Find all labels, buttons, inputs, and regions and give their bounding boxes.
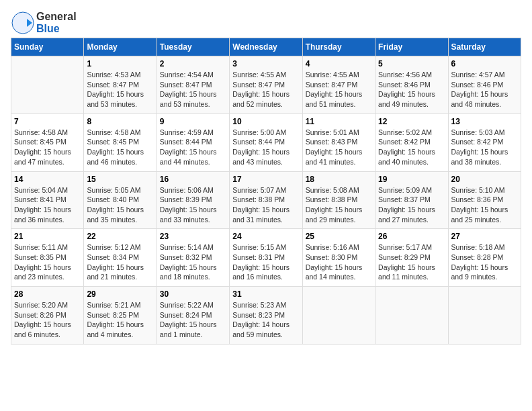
day-info: Sunrise: 5:00 AM Sunset: 8:44 PM Dayligh… <box>232 128 299 167</box>
calendar-cell: 17Sunrise: 5:07 AM Sunset: 8:38 PM Dayli… <box>230 171 302 229</box>
day-number: 4 <box>306 59 372 68</box>
calendar-cell: 19Sunrise: 5:09 AM Sunset: 8:37 PM Dayli… <box>375 171 448 229</box>
page-header: General Blue <box>11 11 521 35</box>
day-number: 17 <box>232 175 299 184</box>
calendar-header: SundayMondayTuesdayWednesdayThursdayFrid… <box>11 38 521 56</box>
day-number: 30 <box>160 289 226 299</box>
day-number: 6 <box>451 59 518 68</box>
calendar-week-3: 14Sunrise: 5:04 AM Sunset: 8:41 PM Dayli… <box>11 171 521 229</box>
calendar-cell: 15Sunrise: 5:05 AM Sunset: 8:40 PM Dayli… <box>84 171 157 229</box>
calendar-cell: 11Sunrise: 5:01 AM Sunset: 8:43 PM Dayli… <box>302 113 375 171</box>
day-info: Sunrise: 5:11 AM Sunset: 8:35 PM Dayligh… <box>14 242 81 282</box>
calendar-cell: 20Sunrise: 5:10 AM Sunset: 8:36 PM Dayli… <box>448 171 521 229</box>
calendar-cell: 28Sunrise: 5:20 AM Sunset: 8:26 PM Dayli… <box>11 287 84 345</box>
day-info: Sunrise: 5:10 AM Sunset: 8:36 PM Dayligh… <box>451 185 518 225</box>
calendar-cell: 7Sunrise: 4:58 AM Sunset: 8:45 PM Daylig… <box>11 113 84 171</box>
day-number: 8 <box>87 117 153 126</box>
day-info: Sunrise: 5:23 AM Sunset: 8:23 PM Dayligh… <box>232 300 299 340</box>
day-info: Sunrise: 4:55 AM Sunset: 8:47 PM Dayligh… <box>232 70 299 109</box>
day-number: 31 <box>232 289 299 299</box>
header-cell-saturday: Saturday <box>448 38 521 56</box>
calendar-cell: 5Sunrise: 4:56 AM Sunset: 8:46 PM Daylig… <box>375 56 448 114</box>
day-number: 9 <box>160 117 226 126</box>
day-number: 20 <box>451 175 518 184</box>
calendar-cell: 24Sunrise: 5:15 AM Sunset: 8:31 PM Dayli… <box>230 229 302 287</box>
header-cell-sunday: Sunday <box>11 38 84 56</box>
calendar-cell <box>11 56 84 114</box>
day-number: 10 <box>232 117 299 126</box>
day-info: Sunrise: 5:20 AM Sunset: 8:26 PM Dayligh… <box>14 300 81 340</box>
calendar-cell: 22Sunrise: 5:12 AM Sunset: 8:34 PM Dayli… <box>84 229 157 287</box>
day-number: 11 <box>306 117 372 126</box>
calendar-cell: 25Sunrise: 5:16 AM Sunset: 8:30 PM Dayli… <box>302 229 375 287</box>
day-number: 14 <box>14 175 81 184</box>
day-info: Sunrise: 5:21 AM Sunset: 8:25 PM Dayligh… <box>87 300 153 340</box>
calendar-cell: 16Sunrise: 5:06 AM Sunset: 8:39 PM Dayli… <box>157 171 229 229</box>
calendar-cell: 27Sunrise: 5:18 AM Sunset: 8:28 PM Dayli… <box>448 229 521 287</box>
day-number: 23 <box>160 232 226 241</box>
calendar-cell: 1Sunrise: 4:53 AM Sunset: 8:47 PM Daylig… <box>84 56 157 114</box>
day-number: 22 <box>87 232 153 241</box>
calendar-cell: 30Sunrise: 5:22 AM Sunset: 8:24 PM Dayli… <box>157 287 229 345</box>
calendar-cell: 21Sunrise: 5:11 AM Sunset: 8:35 PM Dayli… <box>11 229 84 287</box>
calendar-week-2: 7Sunrise: 4:58 AM Sunset: 8:45 PM Daylig… <box>11 113 521 171</box>
day-number: 24 <box>232 232 299 241</box>
calendar-cell: 6Sunrise: 4:57 AM Sunset: 8:46 PM Daylig… <box>448 56 521 114</box>
day-number: 15 <box>87 175 153 184</box>
day-number: 29 <box>87 289 153 299</box>
day-info: Sunrise: 5:01 AM Sunset: 8:43 PM Dayligh… <box>306 128 372 167</box>
calendar-cell: 13Sunrise: 5:03 AM Sunset: 8:42 PM Dayli… <box>448 113 521 171</box>
calendar-cell: 9Sunrise: 4:59 AM Sunset: 8:44 PM Daylig… <box>157 113 229 171</box>
day-number: 13 <box>451 117 518 126</box>
calendar-cell: 2Sunrise: 4:54 AM Sunset: 8:47 PM Daylig… <box>157 56 229 114</box>
header-cell-friday: Friday <box>375 38 448 56</box>
day-info: Sunrise: 4:57 AM Sunset: 8:46 PM Dayligh… <box>451 70 518 109</box>
day-number: 7 <box>14 117 81 126</box>
day-number: 25 <box>306 232 372 241</box>
calendar-cell: 12Sunrise: 5:02 AM Sunset: 8:42 PM Dayli… <box>375 113 448 171</box>
header-cell-wednesday: Wednesday <box>230 38 302 56</box>
calendar-table: SundayMondayTuesdayWednesdayThursdayFrid… <box>11 38 521 345</box>
day-info: Sunrise: 5:09 AM Sunset: 8:37 PM Dayligh… <box>378 185 445 225</box>
calendar-cell <box>302 287 375 345</box>
calendar-body: 1Sunrise: 4:53 AM Sunset: 8:47 PM Daylig… <box>11 56 521 345</box>
day-info: Sunrise: 5:17 AM Sunset: 8:29 PM Dayligh… <box>378 242 445 282</box>
header-cell-thursday: Thursday <box>302 38 375 56</box>
calendar-cell <box>448 287 521 345</box>
calendar-week-4: 21Sunrise: 5:11 AM Sunset: 8:35 PM Dayli… <box>11 229 521 287</box>
calendar-cell <box>375 287 448 345</box>
day-info: Sunrise: 5:06 AM Sunset: 8:39 PM Dayligh… <box>160 185 226 225</box>
day-number: 12 <box>378 117 445 126</box>
day-info: Sunrise: 4:53 AM Sunset: 8:47 PM Dayligh… <box>87 70 153 109</box>
day-number: 19 <box>378 175 445 184</box>
day-number: 28 <box>14 289 81 299</box>
calendar-cell: 29Sunrise: 5:21 AM Sunset: 8:25 PM Dayli… <box>84 287 157 345</box>
day-info: Sunrise: 5:07 AM Sunset: 8:38 PM Dayligh… <box>232 185 299 225</box>
day-info: Sunrise: 5:12 AM Sunset: 8:34 PM Dayligh… <box>87 242 153 282</box>
calendar-week-5: 28Sunrise: 5:20 AM Sunset: 8:26 PM Dayli… <box>11 287 521 345</box>
day-info: Sunrise: 5:05 AM Sunset: 8:40 PM Dayligh… <box>87 185 153 225</box>
day-info: Sunrise: 5:14 AM Sunset: 8:32 PM Dayligh… <box>160 242 226 282</box>
day-info: Sunrise: 4:58 AM Sunset: 8:45 PM Dayligh… <box>87 128 153 167</box>
day-info: Sunrise: 5:03 AM Sunset: 8:42 PM Dayligh… <box>451 128 518 167</box>
day-info: Sunrise: 5:22 AM Sunset: 8:24 PM Dayligh… <box>160 300 226 340</box>
day-info: Sunrise: 4:59 AM Sunset: 8:44 PM Dayligh… <box>160 128 226 167</box>
day-number: 21 <box>14 232 81 241</box>
day-info: Sunrise: 5:16 AM Sunset: 8:30 PM Dayligh… <box>306 242 372 282</box>
header-row: SundayMondayTuesdayWednesdayThursdayFrid… <box>11 38 521 56</box>
day-info: Sunrise: 5:02 AM Sunset: 8:42 PM Dayligh… <box>378 128 445 167</box>
day-info: Sunrise: 5:15 AM Sunset: 8:31 PM Dayligh… <box>232 242 299 282</box>
calendar-cell: 26Sunrise: 5:17 AM Sunset: 8:29 PM Dayli… <box>375 229 448 287</box>
day-number: 27 <box>451 232 518 241</box>
day-info: Sunrise: 4:56 AM Sunset: 8:46 PM Dayligh… <box>378 70 445 109</box>
day-number: 5 <box>378 59 445 68</box>
calendar-cell: 14Sunrise: 5:04 AM Sunset: 8:41 PM Dayli… <box>11 171 84 229</box>
day-info: Sunrise: 5:08 AM Sunset: 8:38 PM Dayligh… <box>306 185 372 225</box>
calendar-cell: 31Sunrise: 5:23 AM Sunset: 8:23 PM Dayli… <box>230 287 302 345</box>
day-info: Sunrise: 5:18 AM Sunset: 8:28 PM Dayligh… <box>451 242 518 282</box>
header-cell-monday: Monday <box>84 38 157 56</box>
day-number: 2 <box>160 59 226 68</box>
logo: General Blue <box>11 11 77 35</box>
day-number: 3 <box>232 59 299 68</box>
day-number: 26 <box>378 232 445 241</box>
